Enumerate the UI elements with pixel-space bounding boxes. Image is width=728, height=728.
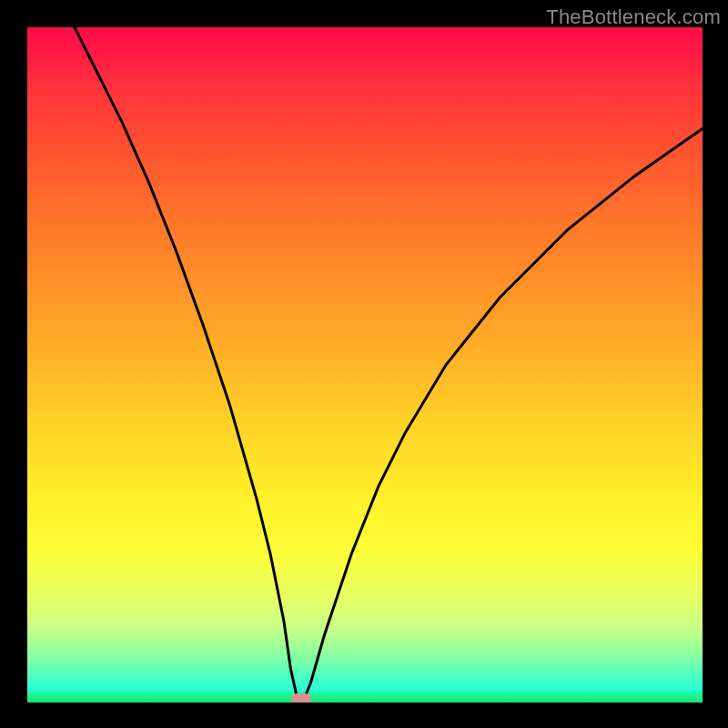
optimal-point-marker <box>291 693 311 703</box>
plot-area <box>27 27 703 703</box>
bottleneck-curve <box>27 27 703 703</box>
watermark-text: TheBottleneck.com <box>546 5 721 29</box>
chart-frame: TheBottleneck.com <box>0 0 728 728</box>
